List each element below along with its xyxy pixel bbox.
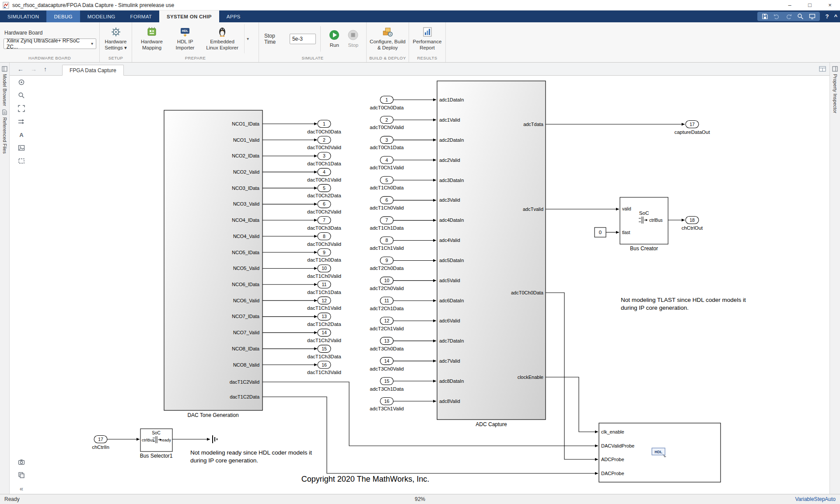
- minimize-button[interactable]: –: [780, 0, 800, 10]
- up-to-parent-icon[interactable]: ↑: [44, 66, 47, 73]
- back-icon[interactable]: ←: [18, 66, 24, 73]
- layers-icon[interactable]: [18, 471, 25, 479]
- inport-12-label: adcT2Ch1Valid: [370, 326, 404, 331]
- pan-icon[interactable]: [18, 78, 25, 86]
- tab-modeling[interactable]: MODELING: [80, 10, 123, 22]
- adc-input-label: adc2DataIn: [439, 137, 464, 143]
- outport-3-number: 3: [323, 153, 326, 158]
- svg-text:HDL: HDL: [182, 29, 189, 32]
- model-browser-tab[interactable]: Model Browser: [2, 63, 7, 106]
- close-button[interactable]: ×: [820, 0, 840, 10]
- section-simulate: Stop Time Run Stop SIMULATE: [259, 22, 367, 62]
- configure-build-deploy-button[interactable]: Configure, Build & Deploy: [367, 24, 409, 53]
- hdl-input-label: DACValidProbe: [601, 443, 634, 448]
- bus-creator-output-label: ctrlBus: [649, 218, 663, 223]
- hardware-board-dropdown[interactable]: Xilinx Zynq UltraScale+ RFSoC ZC... ▾: [4, 38, 96, 49]
- section-label-simulate: SIMULATE: [259, 55, 366, 62]
- inport-8-number: 8: [385, 238, 388, 243]
- undo-icon[interactable]: [774, 13, 780, 20]
- adc-input-label: adc7DataIn: [439, 338, 464, 343]
- outport-2-label: dacT0Ch0Valid: [307, 145, 341, 150]
- referenced-files-tab[interactable]: Referenced Files: [2, 106, 7, 154]
- layout-grid-icon[interactable]: [819, 66, 826, 74]
- window-title: soc_rfsoc_datacapture/FPGA Data Capture …: [12, 2, 174, 8]
- forward-icon[interactable]: →: [31, 66, 37, 73]
- terminator-block[interactable]: [213, 435, 217, 443]
- section-hardware-board: Hardware Board Xilinx Zynq UltraScale+ R…: [0, 22, 100, 62]
- property-inspector-tab[interactable]: Property Inspector: [832, 63, 838, 113]
- adc-capture-block[interactable]: [437, 81, 546, 420]
- model-browser-label: Model Browser: [2, 74, 7, 106]
- model-canvas[interactable]: DAC Tone GenerationNCO1_IDataNCO1_ValidN…: [10, 76, 830, 494]
- tab-simulation[interactable]: SIMULATION: [0, 10, 46, 22]
- inport-6-label: adcT1Ch0Valid: [370, 205, 404, 210]
- viewmark-camera-icon[interactable]: [18, 458, 25, 466]
- dac-port-label: NCO5_Valid: [233, 266, 259, 271]
- tab-apps[interactable]: APPS: [219, 10, 248, 22]
- outport-7-label: dacT0Ch3Data: [307, 225, 341, 231]
- zoom-icon[interactable]: [18, 91, 25, 99]
- adc-input-label: adc8DataIn: [439, 378, 464, 384]
- inport-13-number: 13: [384, 338, 389, 343]
- inport-13-label: adcT3Ch0Data: [370, 346, 404, 351]
- adc-input-label: adc4Valid: [439, 238, 460, 243]
- text-annotation-icon[interactable]: A: [18, 131, 25, 139]
- adc-input-label: adc5Valid: [439, 278, 460, 283]
- section-label-prepare: PREPARE: [132, 55, 259, 62]
- adc-output-label: adcT0Ch0Data: [511, 290, 544, 295]
- adc-block-label: ADC Capture: [476, 421, 507, 427]
- outport-9-number: 9: [323, 250, 326, 255]
- document-tab-fpga-data-capture[interactable]: FPGA Data Capture: [62, 65, 124, 76]
- results-content: Performance Report: [409, 22, 445, 55]
- inport-14-number: 14: [384, 358, 389, 364]
- adc-input-label: adc6Valid: [439, 318, 460, 323]
- prepare-gallery-expand[interactable]: ▾: [244, 24, 251, 53]
- stop-time-input[interactable]: [290, 34, 316, 44]
- search-icon[interactable]: [797, 13, 804, 20]
- redo-icon[interactable]: [785, 13, 792, 20]
- outport-8-number: 8: [323, 234, 326, 239]
- dacT1C2Valid-wire[interactable]: [262, 382, 598, 446]
- embedded-linux-explorer-button[interactable]: Embedded Linux Explorer: [202, 24, 242, 53]
- referenced-files-label: Referenced Files: [2, 117, 7, 154]
- inport-12-number: 12: [384, 318, 389, 323]
- outport-chctrlout-number: 18: [690, 217, 695, 223]
- hardware-settings-button[interactable]: Hardware Settings ▾: [101, 24, 131, 53]
- tab-format[interactable]: FORMAT: [123, 10, 160, 22]
- dac-port-label: NCO7_Valid: [233, 330, 259, 335]
- hardware-mapping-button[interactable]: Hardware Mapping: [136, 24, 168, 53]
- adcT0Ch0Data-wire[interactable]: [546, 293, 598, 459]
- embedded-linux-explorer-icon: [217, 27, 228, 37]
- maximize-button[interactable]: □: [800, 0, 820, 10]
- build-deploy-icon: [382, 27, 393, 37]
- image-annotation-icon[interactable]: [18, 144, 25, 152]
- outport-1-label: dacT0Ch0Data: [307, 129, 341, 134]
- performance-report-button[interactable]: Performance Report: [410, 24, 445, 53]
- tab-system-on-chip[interactable]: SYSTEM ON CHIP: [159, 10, 219, 22]
- clockEnable-wire[interactable]: [546, 377, 598, 432]
- save-icon[interactable]: [762, 13, 768, 20]
- solver-mode[interactable]: VariableStepAuto: [795, 496, 836, 502]
- run-button[interactable]: Run: [325, 24, 344, 53]
- display-icon[interactable]: [809, 13, 816, 20]
- inport-11-number: 11: [385, 298, 389, 303]
- collapse-toolstrip-icon[interactable]: ^: [834, 13, 837, 20]
- section-results: Performance Report RESULTS: [409, 22, 446, 62]
- dacT1C2Data-wire[interactable]: [262, 397, 598, 473]
- hdl-ip-importer-button[interactable]: HDL HDL IP Importer: [170, 24, 200, 53]
- area-annotation-icon[interactable]: [18, 157, 25, 165]
- signal-routing-icon[interactable]: [18, 118, 25, 126]
- outport-2-number: 2: [323, 137, 326, 143]
- configure-build-deploy-label: Configure, Build & Deploy: [368, 38, 407, 51]
- hardware-settings-label: Hardware Settings: [105, 39, 126, 50]
- fit-to-view-icon[interactable]: [18, 105, 25, 112]
- help-icon[interactable]: ?: [825, 13, 829, 20]
- adc-output-label: adcTvalid: [523, 206, 543, 212]
- section-build-deploy: Configure, Build & Deploy BUILD & DEPLOY: [367, 22, 409, 62]
- window-controls: – □ ×: [780, 0, 840, 10]
- tab-debug[interactable]: DEBUG: [46, 10, 80, 22]
- collapse-palette-icon[interactable]: «: [18, 484, 25, 492]
- outport-capturedataout-number: 17: [690, 122, 695, 127]
- hdl-ip-importer-label: HDL IP Importer: [172, 38, 199, 51]
- gear-icon: [111, 27, 121, 37]
